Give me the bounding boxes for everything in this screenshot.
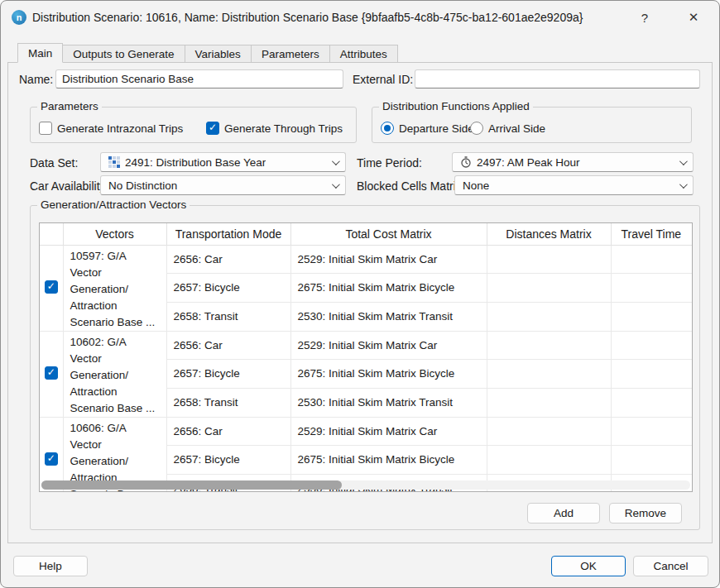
tab-attributes[interactable]: Attributes [329, 45, 398, 63]
titlebar[interactable]: n Distribution Scenario: 10616, Name: Di… [1, 1, 719, 34]
tab-main[interactable]: Main [17, 43, 63, 63]
help-icon[interactable]: ? [631, 6, 658, 29]
close-icon[interactable]: ✕ [678, 6, 709, 29]
app-icon: n [12, 10, 26, 25]
cancel-button[interactable]: Cancel [633, 556, 708, 576]
tab-content-panel [7, 62, 713, 543]
distribution-scenario-dialog: n Distribution Scenario: 10616, Name: Di… [0, 0, 720, 588]
tab-bar: Main Outputs to Generate Variables Param… [17, 43, 398, 63]
tab-outputs-to-generate[interactable]: Outputs to Generate [62, 45, 185, 63]
help-button[interactable]: Help [13, 556, 88, 576]
ok-button[interactable]: OK [551, 556, 626, 576]
tab-parameters[interactable]: Parameters [251, 45, 330, 63]
tab-variables[interactable]: Variables [185, 45, 252, 63]
window-title: Distribution Scenario: 10616, Name: Dist… [32, 11, 583, 24]
